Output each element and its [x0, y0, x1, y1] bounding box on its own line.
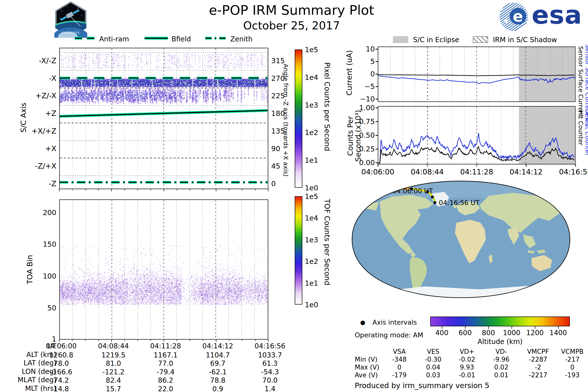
eclipse-swatch — [393, 36, 408, 43]
altitude-tickmark — [535, 326, 536, 329]
voltage-value: -9.96 — [484, 356, 518, 363]
current-ytick: −5 — [350, 82, 375, 91]
y-tickmark — [376, 49, 378, 50]
right-xtick-label: 04:16:56 — [548, 168, 588, 176]
page-subtitle: October 25, 2017 — [169, 19, 414, 32]
esa-wordmark: esa — [532, 0, 582, 30]
counts-ytick: 0.50 — [350, 131, 375, 140]
x-tickmark — [111, 189, 112, 191]
angle-axis-label: Angle from -Z axis (towards +X axis) — [282, 64, 289, 174]
current-ytick: 5 — [350, 57, 375, 66]
voltage-row-label: Max (V) — [355, 364, 379, 371]
right-xtick-label: 04:08:44 — [400, 168, 454, 176]
ephemeris-value: 1167.1 — [140, 351, 192, 359]
voltage-value: 0.03 — [416, 372, 450, 379]
altitude-tick-label: 1400 — [544, 329, 573, 337]
y-tickmark — [376, 135, 378, 136]
y-tickmark — [376, 61, 378, 62]
sc-axis-tick-label: -Z/+X — [15, 162, 56, 170]
ephemeris-table: UT04:06:0004:08:4404:11:2804:14:1204:16:… — [0, 342, 306, 392]
ephemeris-value: 04:14:12 — [192, 342, 244, 350]
x-tickmark — [190, 340, 190, 341]
x-tickmark — [229, 189, 229, 190]
voltage-column-header: VCMPB — [555, 348, 588, 355]
x-tickmark — [427, 164, 428, 166]
toa-tick-label: 100 — [30, 272, 56, 280]
ephemeris-value: 82.4 — [88, 376, 140, 384]
voltage-value: -348 — [382, 356, 416, 363]
map-body: 04:06:00 UT 04:16:56 UT — [352, 180, 570, 298]
sc-axis-tick-label: +X — [15, 144, 56, 153]
cassiope-mission-patch: CASSIOPE — [54, 1, 87, 38]
y-tickmark — [376, 121, 378, 122]
voltage-value: -0.02 — [450, 356, 484, 363]
axis-intervals-label: Axis intervals — [372, 318, 417, 326]
x-tickmark — [476, 164, 477, 166]
counts-right-label-black: Hit Counter — [577, 110, 584, 164]
minor-gridline — [241, 200, 242, 339]
patch-title: CASSIOPE — [62, 31, 80, 34]
voltage-value: -2287 — [521, 356, 555, 363]
colorbar-tick-label: 1e4 — [305, 214, 318, 222]
ephemeris-value: 61.3 — [244, 360, 296, 368]
voltage-value: -217 — [555, 356, 588, 363]
x-tickmark — [85, 340, 86, 341]
ephemeris-value: 81.0 — [88, 360, 140, 368]
toa-plot[interactable] — [59, 200, 268, 340]
colorbar-tick-label: 1e1 — [305, 156, 318, 164]
voltage-column-header: VD+ — [450, 348, 484, 355]
zenith-line-icon — [205, 36, 227, 40]
x-tickmark — [202, 189, 203, 190]
altitude-colorbar — [430, 316, 570, 326]
x-tickmark — [85, 189, 86, 190]
colorbar-tick-label: 1e3 — [305, 101, 318, 109]
colorbar-tick-label: 1e3 — [305, 236, 318, 244]
x-tickmark — [124, 189, 125, 190]
world-map[interactable]: 04:06:00 UT 04:16:56 UT — [352, 180, 570, 298]
ephemeris-value: 74.2 — [35, 376, 87, 384]
voltage-value: -193 — [555, 372, 588, 379]
minor-gridline — [98, 200, 99, 339]
ephemeris-value: 22.0 — [140, 385, 192, 392]
angle-tick-label: 0 — [271, 180, 276, 188]
voltage-row-label: Min (V) — [355, 356, 377, 363]
colorbar-tick-label: 1e5 — [305, 46, 318, 54]
colorbar-tick-label: 1e2 — [305, 128, 318, 137]
ephemeris-value: 77.0 — [140, 360, 192, 368]
x-tickmark — [575, 164, 576, 166]
attitude-overlay-lines — [60, 48, 268, 188]
counts-ytick: 0.25 — [350, 145, 375, 153]
y-tickmark — [376, 162, 378, 163]
altitude-colorbar-label: Altitude (km) — [463, 338, 537, 346]
x-tickmark — [72, 340, 72, 341]
sc-axis-tick-label: -Z — [15, 179, 56, 188]
colorbar-tick-label: 1e5 — [305, 192, 318, 201]
spectrogram-plot[interactable] — [59, 48, 268, 189]
x-tickmark — [177, 340, 177, 341]
x-tickmark — [242, 189, 242, 190]
current-plot[interactable] — [378, 46, 576, 102]
ephemeris-value: 69.7 — [192, 360, 244, 368]
pixel-colorbar — [295, 50, 302, 188]
x-tickmark — [98, 189, 99, 190]
voltage-column-header: VMCPF — [521, 348, 555, 355]
voltage-column-header: VES — [416, 348, 450, 355]
colorbar-tick-label: 1e0 — [305, 184, 318, 192]
current-ytick: 0 — [350, 70, 375, 78]
major-gridline — [112, 200, 112, 339]
toa-tick-label: 50 — [30, 304, 56, 312]
sc-axis-tick-label: -X — [15, 74, 56, 82]
voltage-value: -2217 — [521, 372, 555, 379]
minor-gridline — [124, 200, 125, 339]
minor-gridline — [138, 200, 138, 339]
overlay-legend: Anti-ram Bfield Zenith — [72, 35, 258, 44]
x-tickmark — [177, 189, 177, 190]
colorbar-tick-label: 1e1 — [305, 279, 318, 288]
altitude-tickmark — [442, 326, 442, 329]
altitude-tickmark — [465, 326, 466, 329]
colorbar-tick-label: 1e0 — [305, 300, 318, 309]
counts-plot[interactable] — [378, 106, 576, 164]
svg-text:e: e — [513, 7, 523, 25]
anti-ram-line-icon — [75, 36, 95, 40]
minor-gridline — [202, 200, 203, 339]
